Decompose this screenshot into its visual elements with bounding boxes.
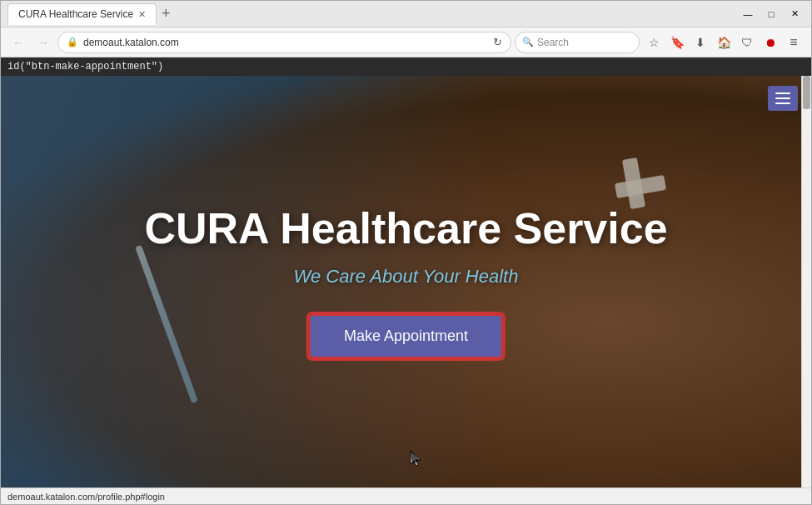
status-url: demoaut.katalon.com/profile.php#login [7,492,165,502]
url-text: demoaut.katalon.com [83,37,488,48]
browser-content: CURA Healthcare Service We Care About Yo… [1,76,811,488]
hero-content: CURA Healthcare Service We Care About Yo… [82,205,730,358]
make-appointment-button[interactable]: Make Appointment [309,314,503,358]
refresh-icon: ↻ [493,36,502,48]
close-window-button[interactable]: ✕ [785,7,805,22]
browser-window: CURA Healthcare Service ✕ + — □ ✕ ← → 🔒 … [0,0,812,505]
search-box[interactable]: 🔍 Search [515,32,640,53]
hamburger-line-3 [775,102,790,104]
search-icon: 🔍 [522,37,534,48]
window-controls: — □ ✕ [738,7,805,22]
maximize-button[interactable]: □ [761,7,781,22]
devtools-code: id("btn-make-appointment") [7,61,163,72]
address-bar: ← → 🔒 demoaut.katalon.com ↻ 🔍 Search ☆ 🔖… [1,28,811,58]
record-button[interactable]: ⏺ [760,32,781,53]
home-button[interactable]: 🏠 [713,32,735,53]
menu-button[interactable]: ≡ [783,32,805,53]
url-box[interactable]: 🔒 demoaut.katalon.com ↻ [57,32,511,53]
hamburger-line-2 [775,98,790,99]
shield-button[interactable]: 🛡 [736,32,758,53]
back-button[interactable]: ← [7,32,29,53]
forward-button[interactable]: → [32,32,54,53]
bookmark-button[interactable]: 🔖 [666,32,688,53]
tab-title: CURA Healthcare Service [18,8,133,20]
hamburger-menu-button[interactable] [768,86,798,111]
hero-subtitle: We Care About Your Health [82,266,730,288]
active-tab[interactable]: CURA Healthcare Service ✕ [7,3,157,25]
devtools-bar: id("btn-make-appointment") [1,58,811,76]
title-bar: CURA Healthcare Service ✕ + — □ ✕ [1,1,811,28]
scrollbar-thumb[interactable] [803,76,810,109]
toolbar-icons: ☆ 🔖 ⬇ 🏠 🛡 ⏺ ≡ [643,32,805,53]
search-placeholder: Search [537,37,569,48]
hero-title: CURA Healthcare Service [82,205,730,252]
lock-icon: 🔒 [67,37,78,48]
vertical-scrollbar[interactable] [801,76,811,488]
download-button[interactable]: ⬇ [690,32,711,53]
star-button[interactable]: ☆ [643,32,665,53]
tab-area: CURA Healthcare Service ✕ + [7,3,738,25]
minimize-button[interactable]: — [738,7,758,22]
tab-close-button[interactable]: ✕ [138,9,146,20]
status-bar: demoaut.katalon.com/profile.php#login [1,488,811,504]
hamburger-line-1 [775,92,790,94]
new-tab-button[interactable]: + [158,5,174,22]
